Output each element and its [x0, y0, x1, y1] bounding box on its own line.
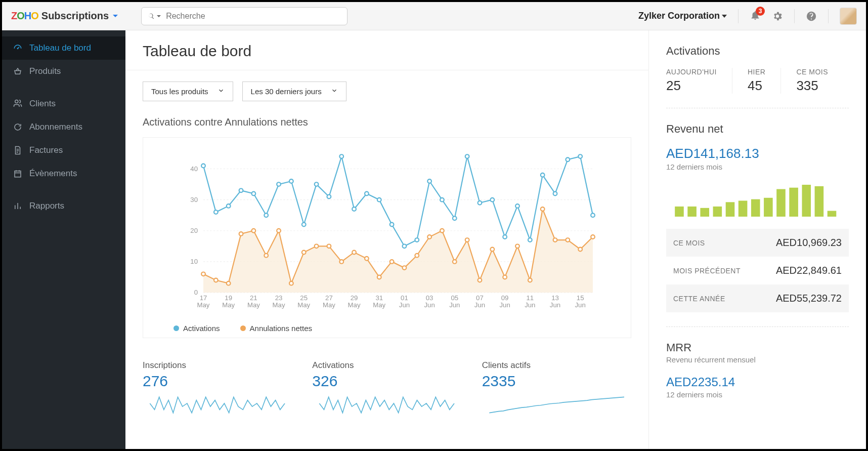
line-chart: 01020304017May19May21May23May25May27May2… — [148, 148, 626, 315]
svg-point-55 — [352, 251, 356, 255]
svg-rect-116 — [789, 188, 798, 217]
row-label: CETTE ANNÉE — [673, 295, 725, 303]
svg-point-79 — [252, 192, 256, 196]
svg-point-86 — [339, 154, 343, 158]
svg-point-77 — [227, 204, 231, 208]
stat-inscriptions: Inscriptions 276 — [143, 360, 292, 417]
svg-point-63 — [453, 260, 457, 264]
org-name: Zylker Corporation — [638, 11, 720, 21]
filter-label: Les 30 derniers jours — [251, 87, 322, 96]
top-right: Zylker Corporation 3 — [638, 8, 857, 25]
revenue-rows: CE MOIS AED10,969.23 MOIS PRÉCÉDENT AED2… — [666, 229, 849, 312]
main-content: Tableau de bord Tous les produits Les 30… — [125, 30, 648, 449]
svg-point-84 — [315, 182, 319, 186]
stat-value: 2335 — [482, 373, 631, 390]
svg-point-87 — [352, 207, 356, 211]
svg-rect-111 — [726, 202, 735, 217]
sidebar-item-dashboard[interactable]: Tableau de bord — [2, 36, 125, 60]
caret-down-icon — [722, 15, 727, 18]
svg-point-83 — [302, 223, 306, 227]
sidebar-item-products[interactable]: Produits — [2, 60, 125, 83]
mrr-value: AED2235.14 — [666, 375, 849, 389]
svg-point-69 — [528, 278, 532, 282]
search-wrap — [141, 7, 348, 25]
activ-value: 25 — [666, 78, 717, 94]
stat-value: 276 — [143, 373, 292, 390]
svg-rect-108 — [687, 207, 697, 217]
sidebar-item-subscriptions[interactable]: Abonnements — [2, 115, 125, 139]
legend-item: Activations — [173, 324, 220, 333]
page-title: Tableau de bord — [143, 43, 631, 60]
svg-point-57 — [377, 275, 381, 279]
sidebar-item-events[interactable]: Évènements — [2, 162, 125, 185]
svg-text:May: May — [247, 301, 260, 309]
revenue-subtitle: 12 derniers mois — [666, 162, 849, 171]
svg-text:May: May — [323, 301, 335, 309]
svg-point-90 — [390, 223, 394, 227]
chevron-down-icon — [331, 87, 338, 96]
activations-title: Activations — [666, 45, 849, 58]
svg-point-100 — [515, 204, 519, 208]
svg-rect-118 — [815, 186, 824, 217]
notifications-button[interactable]: 3 — [750, 10, 761, 23]
svg-point-52 — [315, 244, 319, 248]
svg-text:40: 40 — [190, 165, 198, 173]
brand-product: Subscriptions — [41, 10, 109, 22]
search-box[interactable] — [141, 7, 348, 25]
svg-point-78 — [239, 188, 243, 192]
svg-text:May: May — [348, 301, 361, 309]
svg-rect-112 — [739, 201, 748, 217]
chevron-down-icon — [157, 15, 161, 17]
svg-text:Jun: Jun — [474, 301, 485, 309]
sidebar-item-clients[interactable]: Clients — [2, 92, 125, 115]
chevron-down-icon — [113, 15, 118, 17]
svg-point-91 — [403, 244, 407, 248]
filter-period[interactable]: Les 30 derniers jours — [242, 81, 346, 101]
sidebar-item-label: Abonnements — [29, 122, 82, 132]
svg-point-58 — [390, 260, 394, 264]
filter-product[interactable]: Tous les produits — [143, 81, 233, 101]
gear-icon[interactable] — [772, 11, 783, 22]
svg-point-60 — [415, 254, 419, 258]
sidebar-item-invoices[interactable]: Factures — [2, 139, 125, 162]
svg-point-56 — [365, 257, 369, 261]
svg-text:Jun: Jun — [525, 301, 535, 309]
avatar[interactable] — [840, 8, 857, 25]
dot-icon — [240, 325, 246, 331]
activ-month: CE MOIS 335 — [796, 68, 843, 94]
svg-point-99 — [503, 235, 507, 239]
sidebar-item-reports[interactable]: Rapports — [2, 194, 125, 218]
search-icon — [148, 13, 155, 20]
brand-logo[interactable]: ZOHO Subscriptions — [11, 10, 118, 22]
svg-point-71 — [553, 238, 557, 242]
svg-rect-117 — [802, 185, 811, 217]
svg-text:Jun: Jun — [550, 301, 560, 309]
svg-point-97 — [478, 201, 482, 205]
search-input[interactable] — [166, 12, 341, 21]
filters: Tous les produits Les 30 derniers jours — [143, 81, 631, 101]
revenue-bar-chart — [666, 181, 849, 217]
divider — [794, 9, 795, 23]
svg-point-47 — [252, 229, 256, 233]
svg-point-103 — [553, 192, 557, 196]
svg-text:Jun: Jun — [449, 301, 460, 309]
sidebar-item-label: Produits — [29, 66, 61, 76]
svg-point-102 — [541, 173, 545, 177]
activ-label: CE MOIS — [796, 68, 828, 76]
svg-point-0 — [17, 48, 18, 49]
stat-label: Inscriptions — [143, 360, 292, 371]
svg-point-98 — [490, 198, 494, 202]
revenue-title: Revenu net — [666, 122, 849, 136]
svg-rect-109 — [700, 208, 709, 217]
org-selector[interactable]: Zylker Corporation — [638, 11, 727, 21]
divider — [666, 326, 849, 327]
help-icon[interactable] — [806, 11, 817, 22]
revenue-value: AED141,168.13 — [666, 146, 849, 161]
revenue-row: CETTE ANNÉE AED55,239.72 — [666, 284, 849, 312]
sidebar-item-label: Tableau de bord — [29, 43, 91, 53]
svg-rect-110 — [713, 207, 722, 217]
svg-point-72 — [566, 238, 570, 242]
row-value: AED10,969.23 — [776, 237, 842, 249]
sidebar-item-label: Rapports — [29, 201, 64, 211]
svg-text:Jun: Jun — [399, 301, 410, 309]
